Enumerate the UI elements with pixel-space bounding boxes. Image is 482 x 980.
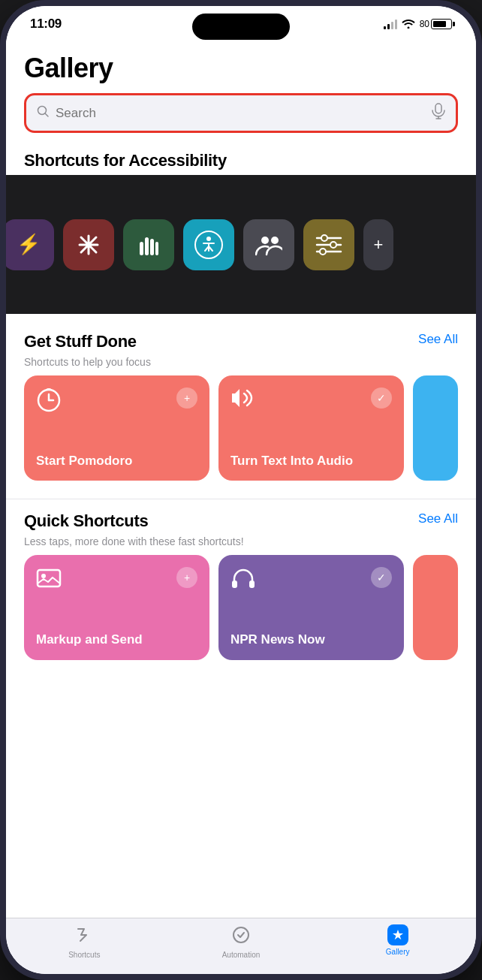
svg-point-7	[206, 237, 211, 241]
shortcut-icon-sliders	[303, 219, 354, 270]
svg-rect-17	[38, 570, 60, 586]
search-bar[interactable]	[24, 93, 458, 133]
pomodoro-label: Start Pomodoro	[36, 454, 197, 469]
svg-point-14	[330, 242, 336, 248]
shortcut-icon-add-partial: +	[363, 219, 393, 270]
markup-card-top: +	[36, 567, 197, 595]
tab-shortcuts[interactable]: Shortcuts	[6, 924, 163, 959]
microphone-icon[interactable]	[432, 103, 445, 123]
audio-icon	[230, 387, 256, 414]
npr-card-top: ✓	[230, 567, 392, 596]
section-divider	[6, 499, 476, 499]
quick-shortcuts-header: Quick Shortcuts See All	[6, 505, 476, 535]
markup-icon	[36, 567, 62, 595]
shortcut-icon-hand	[123, 219, 174, 270]
quick-shortcuts-section: Quick Shortcuts See All Less taps, more …	[6, 505, 476, 672]
partial-card-blue	[413, 375, 458, 481]
automation-tab-icon	[230, 924, 252, 948]
get-stuff-done-see-all[interactable]: See All	[418, 332, 458, 347]
markup-badge: +	[176, 567, 197, 588]
card-top: +	[36, 387, 197, 418]
status-time: 11:09	[30, 17, 62, 32]
get-stuff-done-header: Get Stuff Done See All	[6, 326, 476, 356]
automation-tab-label: Automation	[222, 951, 261, 959]
search-icon	[37, 105, 50, 121]
get-stuff-done-cards: + Start Pomodoro	[6, 375, 476, 493]
gallery-tab-label: Gallery	[386, 948, 410, 956]
quick-shortcuts-cards: + Markup and Send	[6, 555, 476, 672]
accessibility-section: Shortcuts for Accessibility ⚡	[6, 145, 476, 314]
search-input[interactable]	[56, 106, 426, 121]
partial-card-red	[413, 555, 458, 660]
get-stuff-done-title: Get Stuff Done	[24, 332, 137, 351]
battery-level: 80	[420, 19, 429, 29]
markup-label: Markup and Send	[36, 632, 197, 647]
shortcut-icon-partial: ⚡	[6, 219, 54, 270]
shortcut-icon-medical	[63, 219, 114, 270]
tab-gallery[interactable]: Gallery	[319, 924, 476, 959]
accessibility-banner[interactable]: ⚡	[6, 175, 476, 314]
audio-label: Turn Text Into Audio	[230, 454, 392, 469]
svg-point-15	[320, 249, 326, 255]
pomodoro-icon	[36, 387, 62, 418]
shortcut-icon-people	[243, 219, 294, 270]
main-content: Gallery	[6, 38, 476, 918]
turn-text-audio-card[interactable]: ✓ Turn Text Into Audio	[218, 375, 404, 481]
get-stuff-done-subtitle: Shortcuts to help you focus	[6, 356, 476, 375]
screen: 11:09	[6, 6, 476, 974]
svg-point-13	[321, 235, 327, 241]
quick-shortcuts-see-all[interactable]: See All	[418, 511, 458, 526]
svg-rect-4	[150, 239, 154, 255]
search-container	[6, 93, 476, 145]
shortcuts-tab-icon	[74, 924, 95, 948]
svg-rect-1	[435, 104, 441, 113]
svg-point-8	[261, 237, 269, 244]
svg-point-21	[233, 927, 249, 942]
page-header: Gallery	[6, 38, 476, 93]
audio-badge: ✓	[371, 387, 392, 409]
battery-icon: 80	[420, 19, 452, 29]
tab-automation[interactable]: Automation	[163, 924, 320, 959]
shortcuts-tab-label: Shortcuts	[68, 951, 100, 959]
npr-label: NPR News Now	[230, 632, 392, 647]
wifi-icon	[402, 18, 415, 31]
card-top-2: ✓	[230, 387, 392, 414]
start-pomodoro-card[interactable]: + Start Pomodoro	[24, 375, 209, 481]
svg-rect-19	[232, 580, 237, 588]
battery-fill	[433, 21, 446, 27]
get-stuff-done-section: Get Stuff Done See All Shortcuts to help…	[6, 326, 476, 493]
accessibility-section-title: Shortcuts for Accessibility	[24, 151, 227, 170]
gallery-tab-icon	[387, 924, 408, 945]
status-bar: 11:09	[6, 6, 476, 38]
shortcut-icon-accessibility	[183, 219, 234, 270]
svg-point-9	[271, 237, 279, 244]
svg-rect-20	[249, 580, 255, 588]
quick-shortcuts-subtitle: Less taps, more done with these fast sho…	[6, 535, 476, 555]
battery-body	[431, 19, 452, 29]
quick-shortcuts-title: Quick Shortcuts	[24, 511, 148, 531]
svg-rect-2	[140, 242, 143, 255]
headphones-icon	[230, 567, 256, 596]
phone-frame: 11:09	[0, 0, 482, 980]
status-indicators: 80	[384, 18, 452, 31]
page-title: Gallery	[24, 53, 458, 84]
npr-badge: ✓	[371, 567, 392, 588]
signal-icon	[384, 19, 397, 29]
markup-send-card[interactable]: + Markup and Send	[24, 555, 209, 660]
svg-rect-3	[145, 237, 149, 255]
npr-news-card[interactable]: ✓ NPR News Now	[218, 555, 404, 660]
accessibility-section-header: Shortcuts for Accessibility	[6, 145, 476, 175]
dynamic-island	[192, 14, 290, 40]
tab-bar: Shortcuts Automation	[6, 918, 476, 974]
svg-point-18	[41, 574, 46, 578]
pomodoro-badge: +	[176, 387, 197, 409]
svg-rect-5	[155, 242, 158, 255]
